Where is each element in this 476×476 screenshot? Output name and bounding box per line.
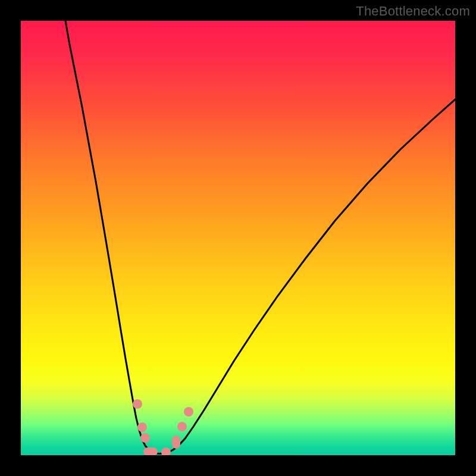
watermark-text: TheBottleneck.com <box>356 4 470 19</box>
chart-markers <box>133 399 193 455</box>
chart-marker <box>137 422 147 432</box>
chart-marker <box>133 399 142 409</box>
left-curve <box>65 21 159 454</box>
right-curve <box>159 99 455 454</box>
chart-svg <box>21 21 455 455</box>
chart-marker <box>184 407 193 416</box>
chart-plot-area <box>21 21 455 455</box>
chart-marker <box>143 447 158 455</box>
chart-marker <box>161 447 171 455</box>
chart-marker <box>140 433 150 443</box>
chart-marker <box>172 436 180 449</box>
chart-marker <box>177 422 187 431</box>
